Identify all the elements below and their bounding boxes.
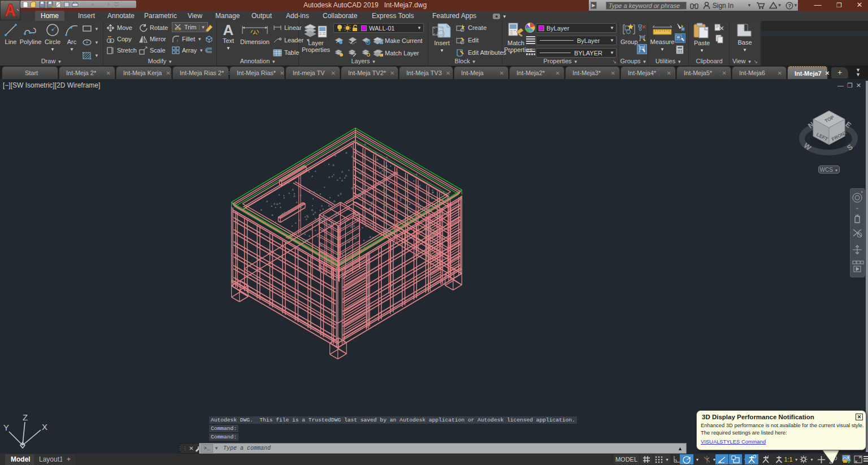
svg-text:×: × — [861, 190, 863, 194]
svg-text:X: X — [42, 422, 47, 432]
svg-text:Y: Y — [3, 423, 9, 432]
svg-text:Z: Z — [23, 412, 28, 422]
svg-text:?: ? — [788, 3, 792, 8]
